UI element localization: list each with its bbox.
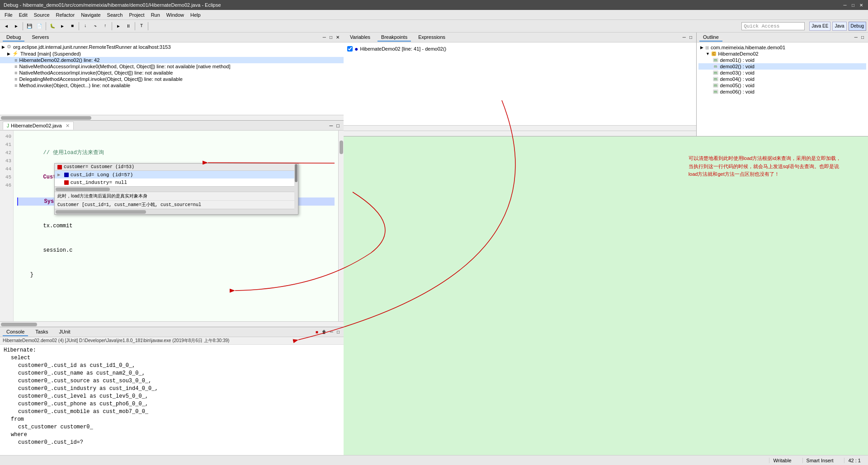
variables-v-scrollbar[interactable] — [344, 131, 696, 136]
toolbar-resume[interactable]: ▶ — [114, 22, 123, 31]
tree-item-frame-1[interactable]: ≡ NativeMethodAccessorImpl.invoke0(Metho… — [0, 63, 344, 70]
editor-minimize[interactable]: ─ — [328, 123, 335, 128]
variables-maximize[interactable]: □ — [688, 34, 693, 40]
menu-run[interactable]: Run — [148, 11, 163, 19]
tree-label-thread: Thread [main] (Suspended) — [20, 51, 81, 56]
menu-project[interactable]: Project — [126, 11, 147, 19]
menu-file[interactable]: File — [2, 11, 15, 19]
console-stop[interactable]: ■ — [314, 329, 320, 335]
breakpoint-item-0[interactable]: ● HibernateDemo02 [line: 41] - demo02() — [345, 44, 694, 53]
variables-minimize[interactable]: ─ — [681, 34, 687, 40]
debug-panel-controls: ─ □ ✕ — [321, 34, 341, 40]
toolbar-open-type[interactable]: T — [137, 22, 146, 31]
console-maximize[interactable]: □ — [335, 329, 341, 335]
toolbar-step-over[interactable]: ↷ — [91, 22, 100, 31]
editor-v-scrollbar[interactable] — [338, 131, 344, 321]
menu-navigate[interactable]: Navigate — [78, 11, 103, 19]
editor-scroll-thumb[interactable] — [340, 141, 343, 154]
toolbar-new[interactable]: 📄 — [35, 22, 44, 31]
autocomplete-popup[interactable]: customer= Customer (id=53) ▶ cust_id= Lo… — [54, 163, 298, 215]
menu-source[interactable]: Source — [31, 11, 52, 19]
debug-panel-maximize[interactable]: □ — [328, 34, 334, 40]
tree-item-frame-0[interactable]: ≡ HibernateDemo02.demo02() line: 42 — [0, 57, 344, 63]
close-button[interactable]: ✕ — [858, 2, 864, 8]
toolbar-step-into[interactable]: ↓ — [81, 22, 90, 31]
tree-item-frame-4[interactable]: ≡ Method.invoke(Object, Object...) line:… — [0, 82, 344, 89]
editor-tab-file[interactable]: J HibernateDemo02.java ✕ — [3, 122, 74, 130]
outline-method-5[interactable]: m demo06() : void — [698, 89, 866, 95]
menu-window[interactable]: Window — [164, 11, 187, 19]
tab-debug[interactable]: Debug — [3, 33, 24, 42]
console-clear[interactable]: 🗑 — [321, 329, 328, 335]
autocomplete-footer-scrollbar[interactable] — [55, 209, 298, 214]
outline-method-icon-0: m — [713, 58, 718, 62]
debug-panel-close[interactable]: ✕ — [335, 34, 341, 40]
tree-item-thread[interactable]: ▶ ⚡ Thread [main] (Suspended) — [0, 50, 344, 57]
editor-h-scroll-thumb[interactable] — [1, 323, 37, 326]
toolbar-suspend[interactable]: ⏸ — [124, 22, 133, 31]
tree-item-frame-3[interactable]: ≡ DelegatingMethodAccessorImpl.invoke(Ob… — [0, 76, 344, 82]
outline-root[interactable]: ▶ ⊞ com.meimeixia.hibernate.demo01 — [698, 44, 866, 51]
code-area[interactable]: // 使用load方法来查询 Customer customer = sessi… — [14, 131, 338, 321]
minimize-button[interactable]: ─ — [842, 2, 848, 8]
editor-h-scrollbar[interactable] — [0, 321, 344, 327]
outline-method-3[interactable]: m demo04() : void — [698, 76, 866, 82]
outline-expand-class[interactable]: ▼ — [706, 52, 710, 56]
autocomplete-h-scroll-thumb[interactable] — [56, 188, 110, 191]
outline-minimize[interactable]: ─ — [853, 34, 859, 40]
toolbar-run[interactable]: ▶ — [58, 22, 67, 31]
variables-h-scrollbar[interactable] — [344, 125, 696, 131]
toolbar-save[interactable]: 💾 — [25, 22, 34, 31]
tab-console[interactable]: Console — [3, 328, 28, 336]
menu-search[interactable]: Search — [104, 11, 126, 19]
tab-breakpoints[interactable]: Breakpoints — [377, 33, 411, 42]
autocomplete-item-0[interactable]: ▶ cust_id= Long (id=57) — [55, 171, 298, 178]
toolbar-back[interactable]: ◀ — [2, 22, 11, 31]
tree-expand-thread[interactable]: ▶ — [7, 52, 10, 56]
tree-expand-runner[interactable]: ▶ — [2, 45, 5, 49]
autocomplete-scrollbar[interactable] — [294, 164, 298, 214]
breakpoint-checkbox-0[interactable] — [347, 46, 353, 52]
autocomplete-scroll-thumb[interactable] — [295, 164, 297, 182]
debug-h-scrollbar[interactable] — [0, 115, 344, 120]
tree-item-runner[interactable]: ▶ ⚙ org.eclipse.jdt.internal.junit.runne… — [0, 43, 344, 50]
console-minimize[interactable]: ─ — [329, 329, 335, 335]
editor-maximize[interactable]: □ — [335, 123, 341, 128]
toolbar-debug[interactable]: 🐛 — [48, 22, 57, 31]
autocomplete-item-1[interactable]: ▶ cust_industry= null — [55, 178, 298, 186]
menu-refactor[interactable]: Refactor — [53, 11, 78, 19]
perspective-debug[interactable]: Debug — [849, 22, 866, 31]
quick-access-box[interactable]: Quick Access — [741, 22, 805, 30]
debug-h-scroll-thumb[interactable] — [1, 116, 91, 120]
toolbar-forward[interactable]: ▶ — [12, 22, 21, 31]
autocomplete-footer-scroll-thumb[interactable] — [56, 210, 146, 214]
variables-panel: Variables Breakpoints Expressions ─ □ ● … — [344, 33, 696, 136]
tab-outline[interactable]: Outline — [699, 33, 722, 42]
tab-servers[interactable]: Servers — [28, 33, 52, 42]
tree-item-frame-2[interactable]: ≡ NativeMethodAccessorImpl.invoke(Object… — [0, 70, 344, 76]
menu-help[interactable]: Help — [188, 11, 203, 19]
toolbar-step-return[interactable]: ↑ — [101, 22, 110, 31]
outline-expand-root[interactable]: ▶ — [700, 45, 703, 50]
outline-method-4[interactable]: m demo05() : void — [698, 82, 866, 89]
menu-edit[interactable]: Edit — [16, 11, 30, 19]
editor-tab-close[interactable]: ✕ — [66, 123, 70, 129]
debug-panel-minimize[interactable]: ─ — [321, 34, 327, 40]
outline-maximize[interactable]: □ — [860, 34, 865, 40]
outline-method-2[interactable]: m demo03() : void — [698, 70, 866, 76]
outline-package-icon: ⊞ — [705, 45, 709, 50]
tab-variables[interactable]: Variables — [346, 33, 374, 42]
tab-expressions[interactable]: Expressions — [415, 33, 449, 42]
tab-tasks[interactable]: Tasks — [32, 328, 52, 336]
perspective-java-ee[interactable]: Java EE — [809, 22, 830, 31]
outline-class[interactable]: ▼ C HibernateDemo02 — [698, 51, 866, 57]
perspective-java[interactable]: Java — [832, 22, 846, 31]
editor-content[interactable]: 40 41 42 43 44 45 46 // 使用load方法来查询 Cust… — [0, 131, 344, 321]
console-content[interactable]: Hibernate: select customer0_.cust_id as … — [0, 345, 344, 455]
toolbar-stop[interactable]: ■ — [68, 22, 77, 31]
maximize-button[interactable]: □ — [850, 2, 856, 8]
outline-method-0[interactable]: m demo01() : void — [698, 57, 866, 63]
outline-method-1[interactable]: m demo02() : void — [698, 63, 866, 70]
tab-junit[interactable]: JUnit — [55, 328, 74, 336]
autocomplete-h-scrollbar[interactable] — [55, 186, 298, 192]
